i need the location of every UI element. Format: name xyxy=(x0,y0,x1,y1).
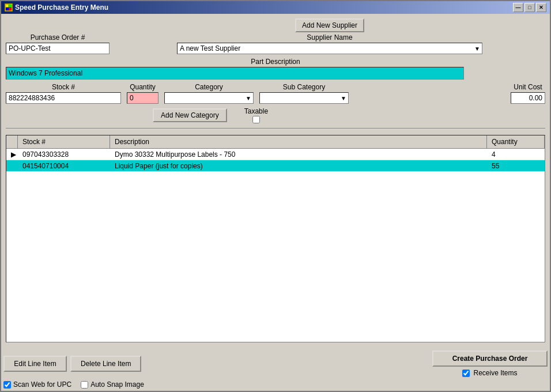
po-section: Purchase Order # xyxy=(6,33,110,54)
col-stock: Stock # xyxy=(18,135,110,148)
create-po-button[interactable]: Create Purchase Order xyxy=(432,350,548,367)
col-desc: Description xyxy=(110,135,487,148)
subcategory-dropdown[interactable] xyxy=(259,92,349,104)
category-label: Category xyxy=(164,83,254,91)
table-body: ▶ 097043303328 Dymo 30332 Multipurpose L… xyxy=(6,149,545,342)
auto-snap-label[interactable]: Auto Snap Image xyxy=(81,380,144,389)
row-stock: 041540710004 xyxy=(18,161,110,171)
svg-rect-3 xyxy=(9,7,12,10)
unit-cost-input[interactable] xyxy=(511,92,545,104)
receive-items-label: Receive Items xyxy=(473,369,517,377)
stock-label: Stock # xyxy=(6,83,121,91)
title-bar-left: Speed Purchase Entry Menu xyxy=(5,3,108,12)
row-desc: Dymo 30332 Multipurpose Labels - 750 xyxy=(110,149,487,160)
unit-cost-field-group: Unit Cost xyxy=(511,83,545,104)
col-qty: Quantity xyxy=(487,135,545,148)
part-desc-label: Part Description xyxy=(6,58,545,66)
svg-rect-2 xyxy=(6,7,9,10)
window-controls: — □ ✕ xyxy=(513,3,546,12)
po-input[interactable] xyxy=(6,43,110,54)
row-qty: 55 xyxy=(487,161,545,171)
close-button[interactable]: ✕ xyxy=(536,3,546,12)
qty-input[interactable] xyxy=(127,92,158,104)
scan-web-label[interactable]: Scan Web for UPC xyxy=(3,380,71,389)
part-desc-section: Part Description xyxy=(6,58,545,80)
po-supplier-row: Purchase Order # Add New Supplier Suppli… xyxy=(6,18,545,54)
add-category-button[interactable]: Add New Category xyxy=(153,108,227,122)
supplier-dropdown-wrapper: A new Test Supplier xyxy=(177,43,482,54)
title-bar: Speed Purchase Entry Menu — □ ✕ xyxy=(1,1,550,14)
part-desc-input[interactable] xyxy=(6,67,464,80)
add-cat-taxable-row: Add New Category Taxable xyxy=(6,107,545,123)
table-row[interactable]: 041540710004 Liquid Paper (just for copi… xyxy=(6,160,545,172)
items-table-container: Stock # Description Quantity ▶ 097043303… xyxy=(6,135,545,342)
scan-web-checkbox[interactable] xyxy=(3,381,11,389)
stock-qty-row: Stock # Quantity Category Sub Category xyxy=(6,83,545,104)
supplier-section: Add New Supplier Supplier Name A new Tes… xyxy=(114,18,545,54)
taxable-section: Taxable xyxy=(244,107,268,123)
receive-items-row: Receive Items xyxy=(462,369,517,377)
window-title: Speed Purchase Entry Menu xyxy=(15,3,108,12)
row-stock: 097043303328 xyxy=(18,149,110,160)
maximize-button[interactable]: □ xyxy=(524,3,535,12)
unit-cost-label: Unit Cost xyxy=(511,83,545,91)
stock-field-group: Stock # xyxy=(6,83,121,104)
po-label: Purchase Order # xyxy=(31,33,85,42)
stock-input[interactable] xyxy=(6,92,121,104)
main-content: Purchase Order # Add New Supplier Suppli… xyxy=(1,14,550,347)
delete-line-item-button[interactable]: Delete Line Item xyxy=(70,356,141,372)
edit-line-item-button[interactable]: Edit Line Item xyxy=(3,356,67,372)
auto-snap-text: Auto Snap Image xyxy=(90,380,144,389)
row-arrow: ▶ xyxy=(6,149,18,160)
add-supplier-button[interactable]: Add New Supplier xyxy=(295,18,364,32)
auto-snap-checkbox[interactable] xyxy=(81,381,88,389)
category-wrapper xyxy=(164,92,254,104)
svg-rect-1 xyxy=(9,5,12,7)
qty-label: Quantity xyxy=(127,83,158,91)
app-icon xyxy=(5,3,13,12)
taxable-label: Taxable xyxy=(244,107,268,115)
main-window: Speed Purchase Entry Menu — □ ✕ Purchase… xyxy=(0,0,551,392)
supplier-dropdown[interactable]: A new Test Supplier xyxy=(177,43,482,54)
category-dropdown[interactable] xyxy=(164,92,254,104)
table-header: Stock # Description Quantity xyxy=(6,135,545,149)
bottom-left-buttons: Edit Line Item Delete Line Item xyxy=(3,356,141,372)
supplier-label: Supplier Name xyxy=(307,33,352,42)
scan-web-text: Scan Web for UPC xyxy=(13,380,71,389)
subcategory-label: Sub Category xyxy=(259,83,349,91)
bottom-right-buttons: Create Purchase Order Receive Items xyxy=(432,350,548,377)
svg-rect-0 xyxy=(6,5,9,7)
bottom-bar: Edit Line Item Delete Line Item Create P… xyxy=(1,347,550,379)
scan-web-row: Scan Web for UPC Auto Snap Image xyxy=(1,379,550,391)
receive-items-checkbox[interactable] xyxy=(462,370,470,377)
row-arrow xyxy=(6,165,18,167)
taxable-checkbox[interactable] xyxy=(252,116,260,123)
subcategory-field-group: Sub Category xyxy=(259,83,349,104)
subcategory-wrapper xyxy=(259,92,349,104)
table-row[interactable]: ▶ 097043303328 Dymo 30332 Multipurpose L… xyxy=(6,149,545,160)
separator xyxy=(6,128,545,129)
qty-field-group: Quantity xyxy=(127,83,158,104)
row-qty: 4 xyxy=(487,149,545,160)
minimize-button[interactable]: — xyxy=(513,3,523,12)
row-desc: Liquid Paper (just for copies) xyxy=(110,161,487,171)
col-arrow xyxy=(6,135,18,148)
category-field-group: Category xyxy=(164,83,254,104)
